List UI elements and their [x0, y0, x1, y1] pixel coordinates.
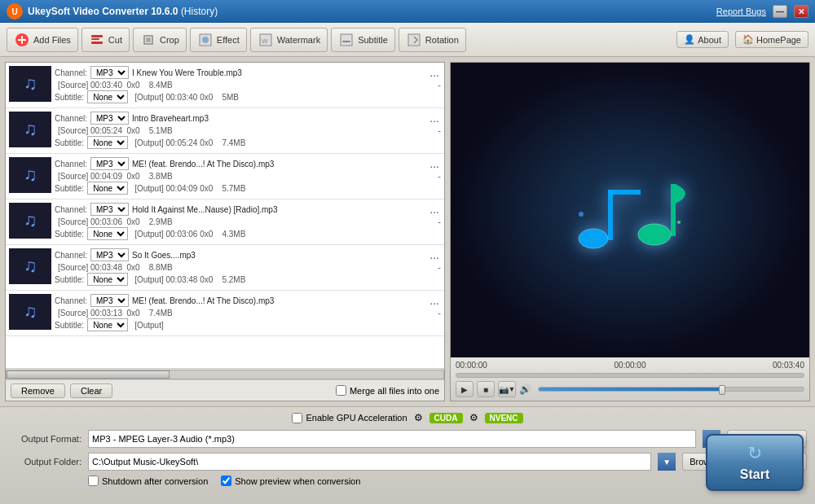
- file-info: Channel: MP3 I Knew You Were Trouble.mp3…: [55, 66, 441, 104]
- shutdown-checkbox[interactable]: [88, 476, 99, 486]
- stop-button[interactable]: ■: [477, 381, 495, 397]
- bottom-panel: Enable GPU Acceleration ⚙ CUDA ⚙ NVENC O…: [0, 406, 815, 504]
- output-format-row: Output Format: ▼ Output Settings: [8, 430, 807, 448]
- channel-select[interactable]: MP3: [90, 294, 129, 307]
- file-dash: -: [438, 308, 441, 318]
- horizontal-scrollbar[interactable]: [6, 368, 444, 379]
- folder-dropdown-button[interactable]: ▼: [658, 453, 676, 471]
- file-source-meta: [Source] 00:03:40 0x0 8.4MB: [55, 81, 173, 90]
- file-options-dots[interactable]: ...: [428, 248, 441, 261]
- show-preview-checkbox[interactable]: [221, 476, 231, 486]
- crop-button[interactable]: Crop: [133, 28, 187, 52]
- file-source-meta: [Source] 00:03:06 0x0 2.9MB: [55, 217, 173, 226]
- about-button[interactable]: 👤 About: [676, 31, 729, 48]
- file-options-dots[interactable]: ...: [428, 203, 441, 216]
- toolbar-right: 👤 About 🏠 HomePage: [676, 31, 808, 48]
- subtitle-select[interactable]: None: [87, 136, 128, 149]
- camera-icon: 📷: [499, 385, 509, 394]
- svg-point-22: [579, 212, 584, 217]
- nvenc-badge: NVENC: [485, 413, 523, 423]
- report-bugs-link[interactable]: Report Bugs: [716, 7, 766, 16]
- remove-button[interactable]: Remove: [11, 383, 65, 398]
- file-item: ♫ Channel: MP3 So It Goes....mp3 ... [So…: [6, 245, 444, 291]
- effect-button[interactable]: Effect: [190, 28, 247, 52]
- play-button[interactable]: ▶: [456, 381, 474, 397]
- title-left: U UkeySoft Video Converter 10.6.0 (Histo…: [7, 3, 218, 20]
- cut-button[interactable]: Cut: [82, 28, 130, 52]
- subtitle-select[interactable]: None: [87, 273, 128, 286]
- merge-checkbox[interactable]: [336, 385, 346, 396]
- camera-dropdown[interactable]: ▼: [509, 385, 516, 393]
- time-end: 00:03:40: [773, 361, 804, 370]
- music-note-visual: [548, 145, 711, 275]
- svg-rect-3: [91, 35, 103, 37]
- file-options-dots[interactable]: ...: [428, 112, 441, 125]
- crop-icon: [140, 32, 156, 48]
- svg-rect-5: [91, 42, 103, 44]
- watermark-button[interactable]: W Watermark: [250, 28, 328, 52]
- file-options-dots[interactable]: ...: [428, 294, 441, 307]
- subtitle-label: Subtitle:: [55, 93, 84, 102]
- file-info: Channel: MP3 ME! (feat. Brendo...! At Th…: [55, 294, 441, 332]
- merge-check-container: Merge all files into one: [336, 385, 439, 396]
- file-list-scroll[interactable]: ♫ Channel: MP3 I Knew You Were Trouble.m…: [6, 63, 444, 368]
- file-name: ME! (feat. Brendo...! At The Disco).mp3: [132, 296, 425, 305]
- channel-select[interactable]: MP3: [90, 112, 129, 125]
- file-info: Channel: MP3 So It Goes....mp3 ... [Sour…: [55, 248, 441, 287]
- channel-select[interactable]: MP3: [90, 66, 129, 79]
- camera-button[interactable]: 📷 ▼: [498, 381, 516, 397]
- subtitle-select[interactable]: None: [87, 318, 128, 331]
- homepage-button[interactable]: 🏠 HomePage: [735, 31, 808, 48]
- file-name: Hold It Against Me...Nause) [Radio].mp3: [132, 205, 425, 214]
- file-name: ME! (feat. Brendo...! At The Disco).mp3: [132, 160, 425, 169]
- volume-track[interactable]: [538, 387, 804, 392]
- volume-fill: [539, 388, 725, 391]
- file-source-meta: [Source] 00:03:48 0x0 8.8MB: [55, 263, 173, 272]
- subtitle-button[interactable]: Subtitle: [331, 28, 395, 52]
- svg-rect-2: [18, 39, 26, 41]
- file-name: So It Goes....mp3: [132, 251, 425, 260]
- file-options-dots[interactable]: ...: [428, 66, 441, 79]
- file-source-meta: [Source] 00:03:13 0x0 7.4MB: [55, 309, 173, 318]
- subtitle-select[interactable]: None: [87, 90, 128, 103]
- channel-label: Channel:: [55, 296, 87, 305]
- volume-thumb[interactable]: [719, 385, 725, 395]
- file-dash: -: [438, 262, 441, 272]
- file-source-meta: [Source] 00:05:24 0x0 5.1MB: [55, 126, 173, 135]
- output-format-input[interactable]: [88, 430, 696, 448]
- rotation-button[interactable]: Rotation: [399, 28, 466, 52]
- start-button[interactable]: ↻ Start: [706, 434, 804, 491]
- file-item: ♫ Channel: MP3 ME! (feat. Brendo...! At …: [6, 154, 444, 199]
- channel-select[interactable]: MP3: [90, 157, 129, 170]
- channel-select[interactable]: MP3: [90, 248, 129, 261]
- clear-button[interactable]: Clear: [70, 383, 112, 398]
- svg-rect-4: [91, 38, 99, 40]
- file-options-dots[interactable]: ...: [428, 157, 441, 170]
- progress-track[interactable]: [456, 373, 804, 378]
- preview-video: [451, 63, 809, 357]
- watermark-icon: W: [258, 32, 274, 48]
- watermark-label: Watermark: [277, 35, 320, 45]
- shutdown-check: Shutdown after conversion: [88, 476, 208, 486]
- add-files-button[interactable]: Add Files: [7, 28, 78, 52]
- subtitle-select[interactable]: None: [87, 227, 128, 240]
- output-format-label: Output Format:: [8, 434, 82, 444]
- subtitle-select[interactable]: None: [87, 182, 128, 195]
- file-info: Channel: MP3 Intro Braveheart.mp3 ... [S…: [55, 112, 441, 150]
- file-source-meta: [Source] 00:04:09 0x0 3.8MB: [55, 172, 173, 181]
- svg-rect-16: [608, 190, 613, 240]
- output-folder-input[interactable]: [88, 453, 651, 471]
- channel-select[interactable]: MP3: [90, 203, 129, 216]
- file-info: Channel: MP3 Hold It Against Me...Nause)…: [55, 203, 441, 241]
- gpu-checkbox[interactable]: [292, 413, 302, 423]
- file-info: Channel: MP3 ME! (feat. Brendo...! At Th…: [55, 157, 441, 195]
- svg-text:W: W: [262, 37, 268, 45]
- close-button[interactable]: ✕: [794, 5, 808, 18]
- output-folder-row: Output Folder: ▼ Browse... Open Output: [8, 453, 807, 471]
- file-thumbnail: ♫: [9, 66, 51, 102]
- svg-point-23: [677, 221, 681, 224]
- minimize-button[interactable]: —: [773, 5, 787, 18]
- file-dash: -: [438, 171, 441, 181]
- effect-label: Effect: [217, 35, 240, 45]
- file-output-meta: [Output]: [131, 321, 173, 330]
